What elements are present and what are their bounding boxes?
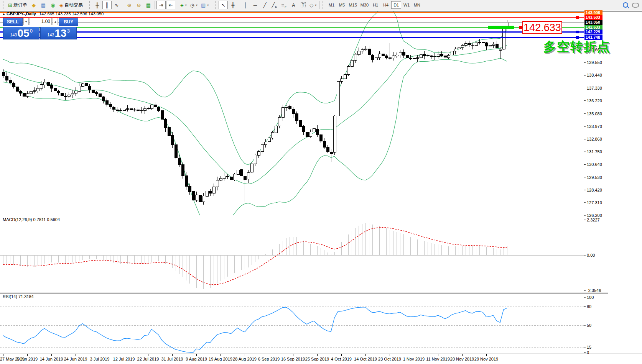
bar-chart-button[interactable]: ╫ (93, 1, 102, 9)
rsi-value: 71.3184 (18, 294, 34, 299)
volume-up-button[interactable]: ▲ (53, 18, 58, 25)
price-callout-box[interactable]: 142.633 (522, 21, 562, 34)
toolbar-grip[interactable] (215, 1, 217, 9)
toolbar-grip[interactable] (323, 1, 325, 9)
volume-down-button[interactable]: ▼ (23, 18, 29, 25)
community-button[interactable] (630, 1, 640, 9)
timeframe-m1[interactable]: M1 (326, 1, 336, 9)
candle (9, 80, 12, 83)
candles (2, 20, 509, 205)
horizontal-line-button[interactable]: ─ (250, 1, 260, 9)
chart-shift-button[interactable]: ⇤ (166, 1, 175, 9)
pane-separators[interactable] (0, 216, 608, 293)
toolbar-separator (155, 1, 155, 9)
tile-windows-icon: ▦ (146, 3, 151, 8)
crosshair-icon: ╋ (231, 3, 234, 8)
candle (440, 54, 443, 56)
svg-text:137.330: 137.330 (587, 86, 602, 90)
svg-text:22 Jul 2019: 22 Jul 2019 (137, 357, 159, 361)
sell-button[interactable]: SELL (3, 18, 23, 26)
trendline-button[interactable]: ╱ (260, 1, 269, 9)
candle (119, 110, 122, 111)
candle (485, 43, 488, 46)
candle (489, 46, 491, 46)
trend-segment[interactable] (488, 26, 514, 29)
collapse-icon[interactable]: ▲ (2, 12, 5, 16)
timeframe-h1[interactable]: H1 (370, 1, 380, 9)
add-indicator-button[interactable]: +▾ (179, 1, 188, 9)
level-handle[interactable] (576, 31, 579, 33)
dropdown-arrow-icon: ▾ (185, 3, 187, 7)
candle (351, 61, 353, 67)
svg-text:80: 80 (587, 304, 591, 309)
timeframe-mn[interactable]: MN (412, 1, 422, 9)
signals-button[interactable]: ◉ (48, 1, 58, 9)
candle (61, 93, 63, 96)
timeframe-m5[interactable]: M5 (337, 1, 347, 9)
time-axis[interactable]: 27 May 20195 Jun 201914 Jun 201924 Jun 2… (0, 354, 498, 361)
buy-button[interactable]: BUY (59, 18, 78, 26)
timeframe-m15[interactable]: M15 (347, 1, 358, 9)
autotrade-button[interactable]: ◈自动交易 (58, 1, 84, 9)
toolbar-grip[interactable] (3, 1, 5, 9)
candle (295, 114, 298, 121)
line-chart-button[interactable]: ∿ (112, 1, 121, 9)
zoom-in-button[interactable]: ⊕ (125, 1, 134, 9)
shapes-button[interactable]: ◇▾ (308, 1, 318, 9)
new-order-button[interactable]: ⊞新订单 (7, 1, 29, 9)
periods-button[interactable]: ◷▾ (189, 1, 199, 9)
candle (406, 55, 408, 58)
candle (502, 28, 505, 49)
candle (85, 84, 87, 86)
timeframe-w1[interactable]: W1 (402, 1, 412, 9)
toolbar-grip[interactable] (89, 1, 91, 9)
level-handle[interactable] (576, 16, 579, 19)
zoom-out-button[interactable]: ⊖ (134, 1, 143, 9)
candle (454, 49, 457, 51)
search-button[interactable] (621, 1, 630, 9)
tile-windows-button[interactable]: ▦ (144, 1, 153, 9)
svg-text:29 Nov 2019: 29 Nov 2019 (474, 357, 498, 361)
candle (347, 66, 350, 74)
templates-button[interactable]: ▥▾ (199, 1, 210, 9)
timeframe-d1[interactable]: D1 (391, 1, 401, 9)
profiles-button[interactable]: ▦ (39, 1, 48, 9)
candle (340, 79, 343, 82)
candle (226, 176, 229, 177)
dropdown-arrow-icon: ▾ (207, 3, 209, 7)
timeframe-h4[interactable]: H4 (381, 1, 391, 9)
text-button[interactable]: A (289, 1, 298, 9)
history-center-button[interactable]: ◆ (29, 1, 38, 9)
candle (333, 116, 336, 152)
candle (140, 111, 143, 111)
turning-point-label[interactable]: 多空转折点 (543, 38, 611, 56)
sell-price-display[interactable]: 143 05 0 (3, 27, 40, 39)
candle (5, 76, 8, 80)
auto-scroll-button[interactable]: ⇥ (156, 1, 166, 9)
candle (81, 84, 84, 86)
volume-input[interactable] (30, 18, 52, 25)
price-axis[interactable]: 140.660139.550138.440137.330136.220135.0… (584, 48, 602, 218)
macd-axis[interactable]: 2.32270.00-2.3546 (584, 218, 601, 293)
channel-button[interactable]: ╱E (270, 1, 279, 9)
rsi-axis[interactable]: 1008050150 (584, 295, 594, 355)
text-label-button[interactable]: T (298, 1, 308, 9)
vertical-line-button[interactable]: │ (241, 1, 250, 9)
crosshair-button[interactable]: ╋ (228, 1, 237, 9)
candle (130, 109, 132, 110)
cursor-button[interactable]: ↖ (219, 1, 228, 9)
candlestick-button[interactable]: ║ (102, 1, 112, 9)
candle (2, 72, 5, 76)
buy-price-display[interactable]: 143 13 3 (40, 27, 77, 39)
candle (199, 195, 201, 202)
candle (95, 93, 98, 94)
svg-text:138.440: 138.440 (587, 73, 602, 77)
candle (461, 46, 464, 48)
candle (378, 54, 381, 57)
fibonacci-button[interactable]: ≡F (279, 1, 288, 9)
svg-text:24 Jun 2019: 24 Jun 2019 (64, 357, 87, 361)
candle (413, 58, 415, 59)
timeframe-m30[interactable]: M30 (359, 1, 370, 9)
buy-price-big: 13 (54, 28, 66, 38)
candle (237, 170, 239, 174)
